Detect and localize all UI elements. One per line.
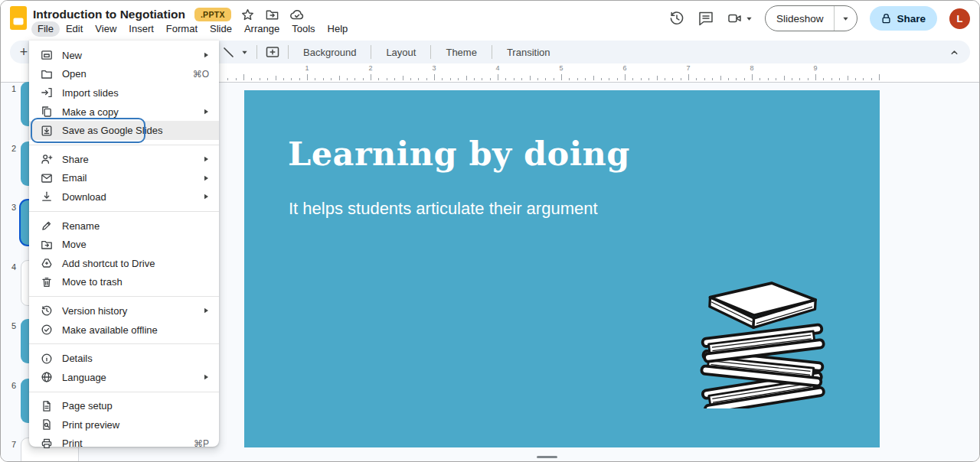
submenu-arrow-icon: [203, 52, 209, 58]
cloud-status-icon[interactable]: [289, 7, 305, 22]
avatar-letter: L: [957, 13, 963, 24]
menu-item-label: Print: [62, 438, 83, 449]
current-slide[interactable]: Learning by doing It helps students arti…: [244, 90, 880, 447]
menu-item-language[interactable]: Language: [29, 368, 219, 387]
menu-item-add-shortcut-to-drive[interactable]: Add shortcut to Drive: [29, 254, 219, 273]
collapse-toolbar-button[interactable]: [949, 47, 959, 57]
rename-icon: [41, 220, 53, 232]
line-tool-dropdown[interactable]: [238, 49, 251, 56]
menu-item-label: Make available offline: [62, 324, 158, 336]
menu-item-label: Open: [62, 68, 87, 80]
info-icon: [41, 353, 53, 365]
save-icon: [41, 125, 53, 137]
menu-item-details[interactable]: Details: [29, 349, 219, 368]
menu-item-email[interactable]: Email: [29, 169, 219, 188]
menu-item-save-as-google-slides[interactable]: Save as Google Slides: [29, 121, 219, 140]
ruler-number: 2: [369, 64, 373, 72]
ruler-number: 1: [305, 64, 309, 72]
move-folder-icon: [41, 239, 53, 251]
caret-down-icon: [746, 15, 753, 22]
menu-item-print[interactable]: Print⌘P: [29, 434, 219, 454]
trash-icon: [41, 276, 53, 288]
file-menu: NewOpen⌘OImport slidesMake a copySave as…: [29, 41, 219, 447]
video-call-button[interactable]: [727, 10, 753, 27]
menu-item-page-setup[interactable]: Page setup: [29, 397, 219, 416]
menubar-item-arrange[interactable]: Arrange: [238, 21, 286, 37]
ruler-number: 7: [687, 64, 691, 72]
slideshow-dropdown-button[interactable]: [835, 6, 857, 31]
stack-of-books-illustration[interactable]: [687, 271, 838, 408]
page-setup-icon: [41, 400, 53, 412]
menu-item-label: Version history: [62, 305, 127, 317]
submenu-arrow-icon: [203, 374, 209, 380]
slides-logo-icon[interactable]: [10, 6, 27, 30]
slide-number: 6: [5, 381, 16, 390]
menu-item-label: Rename: [62, 220, 100, 232]
menu-item-version-history[interactable]: Version history: [29, 301, 219, 320]
ruler-number: 8: [750, 64, 754, 72]
folder-open-icon: [41, 68, 53, 80]
transition-button[interactable]: Transition: [498, 44, 560, 61]
submenu-arrow-icon: [203, 194, 209, 200]
offline-icon: [41, 324, 53, 336]
slide-number: 2: [5, 144, 16, 153]
drive-add-icon: [41, 257, 53, 269]
menubar-item-view[interactable]: View: [89, 21, 122, 37]
menu-item-label: Page setup: [62, 400, 113, 412]
slideshow-split-button: Slideshow: [765, 5, 858, 31]
person-add-icon: [41, 153, 53, 165]
slide-title[interactable]: Learning by doing: [288, 135, 630, 173]
menubar-item-tools[interactable]: Tools: [286, 21, 321, 37]
slideshow-button[interactable]: Slideshow: [766, 6, 835, 31]
text-box-button[interactable]: [263, 46, 283, 58]
menu-item-make-a-copy[interactable]: Make a copy: [29, 102, 219, 122]
ruler-number: 6: [623, 64, 627, 72]
menu-divider: [29, 343, 219, 344]
download-icon: [41, 190, 53, 203]
version-history-icon[interactable]: [668, 10, 685, 27]
theme-button[interactable]: Theme: [436, 44, 485, 61]
horizontal-scrollbar[interactable]: [537, 456, 557, 458]
line-tool-icon: [222, 46, 235, 59]
ruler-number: 3: [433, 64, 436, 72]
menu-item-label: Move to trash: [62, 276, 122, 288]
menu-item-move[interactable]: Move: [29, 235, 219, 254]
menu-item-shortcut: ⌘O: [193, 69, 209, 80]
menubar-item-format[interactable]: Format: [160, 21, 204, 37]
menu-item-share[interactable]: Share: [29, 150, 219, 169]
menu-item-open[interactable]: Open⌘O: [29, 65, 219, 84]
menu-item-new[interactable]: New: [29, 46, 219, 65]
menubar-item-file[interactable]: File: [31, 21, 60, 37]
menu-item-print-preview[interactable]: Print preview: [29, 415, 219, 434]
menu-item-rename[interactable]: Rename: [29, 216, 219, 236]
line-tool-button[interactable]: [219, 46, 238, 59]
slide-subtitle[interactable]: It helps students articulate their argum…: [289, 199, 598, 219]
avatar[interactable]: L: [949, 8, 970, 29]
menu-item-label: Save as Google Slides: [62, 125, 163, 136]
move-folder-icon[interactable]: [265, 7, 280, 22]
lock-icon: [881, 13, 891, 24]
menubar-item-edit[interactable]: Edit: [60, 21, 89, 37]
menu-item-move-to-trash[interactable]: Move to trash: [29, 273, 219, 292]
menu-item-make-available-offline[interactable]: Make available offline: [29, 320, 219, 340]
menu-divider: [29, 392, 219, 392]
video-call-icon: [727, 10, 743, 27]
menu-item-import-slides[interactable]: Import slides: [29, 83, 219, 102]
slide-number: 4: [5, 262, 16, 272]
background-button[interactable]: Background: [294, 44, 365, 61]
menu-item-label: Print preview: [62, 419, 119, 431]
slide-number: 5: [5, 321, 16, 330]
comments-icon[interactable]: [697, 10, 714, 27]
menubar-item-slide[interactable]: Slide: [204, 21, 238, 37]
star-icon[interactable]: [240, 7, 256, 22]
ruler-number: 4: [496, 64, 500, 72]
slide-number: 3: [5, 203, 16, 212]
document-title[interactable]: Introduction to Negotiation: [33, 8, 185, 21]
layout-button[interactable]: Layout: [377, 44, 425, 61]
menu-item-label: Details: [62, 353, 93, 364]
menu-divider: [29, 211, 219, 212]
menu-item-download[interactable]: Download: [29, 187, 219, 207]
menubar-item-insert[interactable]: Insert: [122, 21, 160, 37]
menubar-item-help[interactable]: Help: [322, 21, 354, 37]
share-button[interactable]: Share: [870, 6, 937, 31]
